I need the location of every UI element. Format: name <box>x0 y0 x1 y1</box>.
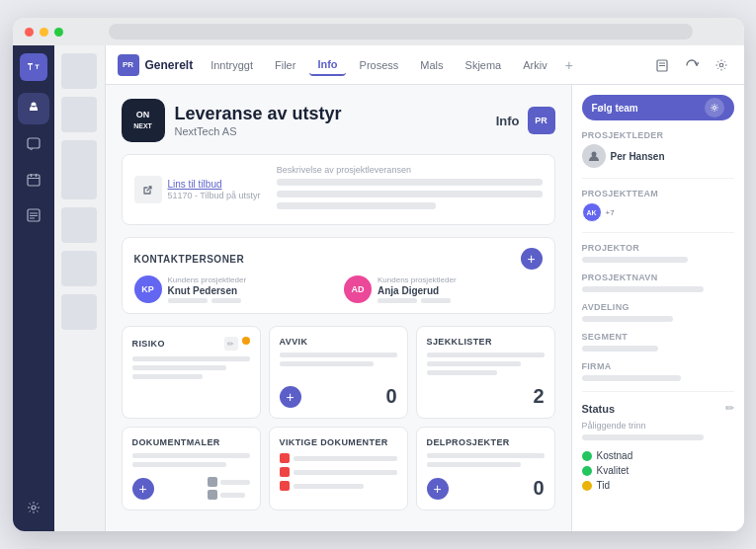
sjekklister-count: 2 <box>427 385 545 408</box>
status-section: Status ✏ Påliggende trinn Kostnad <box>582 402 734 491</box>
project-team-label: Prosjektteam <box>582 189 734 198</box>
tab-filer[interactable]: Filer <box>267 55 303 75</box>
segment-value-line <box>582 346 658 352</box>
doc-gray-line-2 <box>220 493 245 498</box>
dokumentmaler-add-button[interactable]: + <box>132 478 154 500</box>
firma-value-line <box>582 375 681 381</box>
risiko-line-3 <box>132 374 203 379</box>
card-sjekklister-footer: 2 <box>427 385 545 408</box>
project-leader-avatar <box>582 144 606 168</box>
sidebar-icon-settings[interactable] <box>18 492 49 523</box>
nav-clipboard-icon[interactable] <box>651 54 673 76</box>
browser-maximize[interactable] <box>54 28 63 37</box>
panel-segment: Segment <box>582 332 734 352</box>
dok-line-1 <box>132 453 250 458</box>
card-dokumentmaler-footer: + <box>132 477 250 500</box>
card-risiko: RISIKO ✏ <box>122 326 261 419</box>
sidebar-icon-tasks[interactable] <box>18 199 49 231</box>
panel-divider-2 <box>582 232 734 233</box>
card-dokumentmaler: DOKUMENTMALER + <box>122 427 261 510</box>
desc-line-1 <box>277 179 543 186</box>
desc-line-2 <box>277 191 543 197</box>
toggle-gear-icon[interactable] <box>705 98 724 118</box>
card-viktige-header: VIKTIGE DOKUMENTER <box>280 437 397 447</box>
tab-info[interactable]: Info <box>309 54 345 76</box>
nav-project-badge: PR <box>118 54 139 76</box>
panel-firma: Firma <box>582 361 734 381</box>
status-edit-icon[interactable]: ✏ <box>725 402 734 415</box>
contact-info-0: Kundens prosjektleder Knut Pedersen <box>168 275 333 303</box>
secondary-sidebar <box>54 45 106 531</box>
tab-add-button[interactable]: + <box>561 57 577 73</box>
cards-grid: RISIKO ✏ <box>122 326 555 510</box>
project-header-right: Info PR <box>496 107 555 134</box>
card-delprosjekter-header: DELPROSJEKTER <box>427 437 545 447</box>
card-dokumentmaler-title: DOKUMENTMALER <box>132 437 220 447</box>
kostnad-label: Kostnad <box>597 450 633 461</box>
kostnad-dot <box>582 451 592 461</box>
sidebar-icon-chat[interactable] <box>18 128 49 160</box>
contacts-add-button[interactable]: + <box>521 248 543 270</box>
card-risiko-icons: ✏ <box>224 337 250 351</box>
status-indicator-kostnad: Kostnad <box>582 450 734 461</box>
nav-refresh-icon[interactable] <box>681 54 703 76</box>
svg-point-13 <box>719 63 723 67</box>
link-title[interactable]: Lins til tilbud <box>168 179 267 190</box>
contact-info-1: Kundens prosjektleder Anja Digerud <box>378 275 543 303</box>
risiko-edit-icon[interactable]: ✏ <box>224 337 238 351</box>
sec-item-5 <box>61 251 97 286</box>
project-title: Leveranse av utstyr <box>175 104 342 124</box>
card-risiko-header: RISIKO ✏ <box>132 337 250 351</box>
nav-settings-icon[interactable] <box>711 54 732 76</box>
browser-close[interactable] <box>25 28 34 37</box>
panel-divider-3 <box>582 391 734 392</box>
browser-url-bar[interactable] <box>109 24 693 39</box>
avvik-count: 0 <box>301 385 397 408</box>
tab-inntryggt[interactable]: Inntryggt <box>203 55 261 75</box>
avvik-line-1 <box>280 353 397 357</box>
avvik-add-button[interactable]: + <box>280 386 301 408</box>
delprosjekter-count: 0 <box>449 477 545 500</box>
project-leader-name-block: Per Hansen <box>611 151 665 162</box>
app-body: PR Generelt Inntryggt Filer Info Prosess… <box>13 45 744 531</box>
description-box: Beskrivelse av prosjektleveransen <box>277 165 543 214</box>
kvalitet-label: Kvalitet <box>597 465 630 476</box>
project-subtitle: NextTech AS <box>175 125 342 137</box>
contacts-header: KONTAKTPERSONER + <box>134 248 543 270</box>
sidebar-icon-calendar[interactable] <box>18 164 49 196</box>
svg-point-15 <box>591 152 596 157</box>
panel-avdeling: Avdeling <box>582 302 734 322</box>
tab-skjema[interactable]: Skjema <box>458 55 510 75</box>
teams-logo-icon[interactable] <box>20 53 47 81</box>
card-risiko-lines <box>132 356 250 408</box>
panel-project-team: Prosjektteam AK +7 <box>582 189 734 222</box>
svg-point-9 <box>32 506 36 510</box>
sjekk-line-3 <box>427 370 497 375</box>
panel-projektor: Projektor <box>582 243 734 263</box>
sidebar-icon-teams[interactable] <box>18 93 49 124</box>
doc-gray-icon <box>208 477 217 487</box>
pr-badge: PR <box>528 107 555 134</box>
card-delprosjekter: DELPROSJEKTER + 0 <box>416 427 555 510</box>
panel-person-block: Per Hansen <box>582 144 734 168</box>
browser-minimize[interactable] <box>40 28 48 37</box>
viktige-red-icon-2 <box>280 467 290 477</box>
status-indicator-tid: Tid <box>582 480 734 491</box>
main-content: PR Generelt Inntryggt Filer Info Prosess… <box>106 45 744 531</box>
del-line-2 <box>427 462 521 467</box>
tab-arkiv[interactable]: Arkiv <box>515 55 554 75</box>
card-avvik-lines <box>280 353 397 379</box>
team-avatars-row: AK +7 <box>582 202 734 222</box>
follow-team-toggle[interactable]: Følg team <box>582 95 734 120</box>
viktige-doc-row-3 <box>280 481 397 491</box>
link-icon <box>134 176 162 203</box>
tab-mals[interactable]: Mals <box>412 55 451 75</box>
delprosjekter-add-button[interactable]: + <box>427 478 449 500</box>
info-label: Info <box>496 114 520 128</box>
contact-link-phone-1 <box>421 298 451 303</box>
tab-prosess[interactable]: Prosess <box>352 55 407 75</box>
team-more-count: +7 <box>606 202 615 222</box>
status-indicator-kvalitet: Kvalitet <box>582 465 734 476</box>
svg-rect-0 <box>28 138 40 148</box>
panel-project-leader: Prosjektleder Per Hansen <box>582 130 734 168</box>
